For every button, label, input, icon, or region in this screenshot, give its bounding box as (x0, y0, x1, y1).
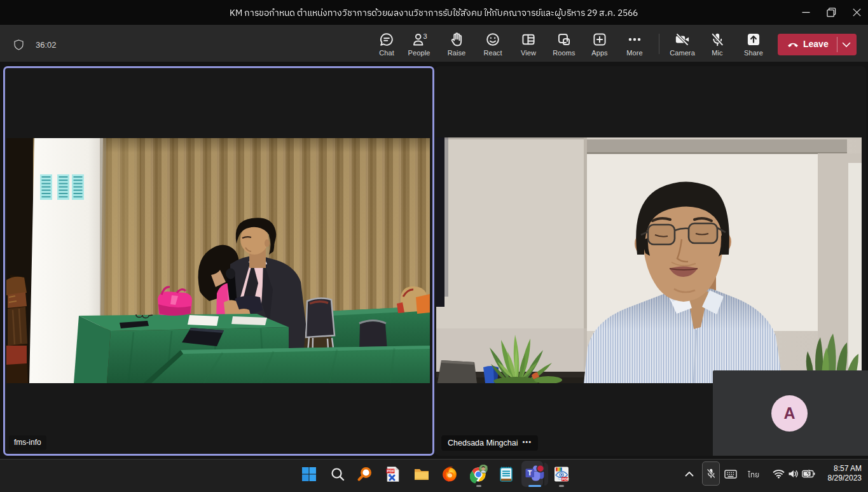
svg-text:PDF: PDF (387, 469, 395, 473)
svg-text:T: T (528, 469, 532, 477)
svg-text:PDF: PDF (562, 477, 570, 481)
svg-text:3: 3 (424, 32, 427, 40)
